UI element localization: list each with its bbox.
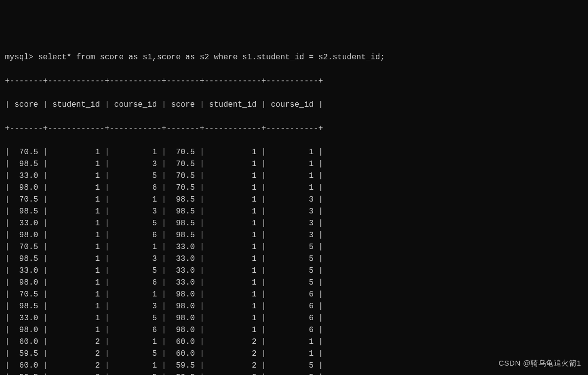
table-row: | 33.0 | 1 | 5 | 70.5 | 1 | 1 | <box>5 170 583 182</box>
table-row: | 98.0 | 1 | 6 | 33.0 | 1 | 5 | <box>5 277 583 289</box>
table-row: | 70.5 | 1 | 1 | 70.5 | 1 | 1 | <box>5 146 583 158</box>
sql-prompt-line[interactable]: mysql> select* from score as s1,score as… <box>5 51 583 63</box>
table-border-mid: +-------+------------+-----------+------… <box>5 123 583 134</box>
table-row: | 33.0 | 1 | 5 | 98.0 | 1 | 6 | <box>5 312 583 324</box>
table-row: | 98.5 | 1 | 3 | 33.0 | 1 | 5 | <box>5 253 583 265</box>
csdn-watermark: CSDN @骑乌龟追火箭1 <box>498 357 581 369</box>
table-border-top: +-------+------------+-----------+------… <box>5 75 583 87</box>
table-row: | 59.5 | 2 | 5 | 60.0 | 2 | 1 | <box>5 348 583 360</box>
table-row: | 70.5 | 1 | 1 | 98.0 | 1 | 6 | <box>5 289 583 300</box>
sql-query: select* from score as s1,score as s2 whe… <box>38 53 385 62</box>
table-row: | 70.5 | 1 | 1 | 33.0 | 1 | 5 | <box>5 241 583 253</box>
table-row: | 59.5 | 2 | 5 | 59.5 | 2 | 5 | <box>5 372 583 375</box>
table-row: | 60.0 | 2 | 1 | 60.0 | 2 | 1 | <box>5 336 583 348</box>
mysql-prompt: mysql> <box>5 53 38 62</box>
table-row: | 60.0 | 2 | 1 | 59.5 | 2 | 5 | <box>5 360 583 372</box>
table-row: | 33.0 | 1 | 5 | 98.5 | 1 | 3 | <box>5 217 583 229</box>
table-header-row: | score | student_id | course_id | score… <box>5 99 583 111</box>
table-row: | 98.5 | 1 | 3 | 70.5 | 1 | 1 | <box>5 158 583 170</box>
table-row: | 98.0 | 1 | 6 | 98.0 | 1 | 6 | <box>5 324 583 336</box>
table-row: | 98.0 | 1 | 6 | 70.5 | 1 | 1 | <box>5 182 583 194</box>
table-row: | 98.5 | 1 | 3 | 98.0 | 1 | 6 | <box>5 300 583 312</box>
table-row: | 70.5 | 1 | 1 | 98.5 | 1 | 3 | <box>5 194 583 206</box>
table-row: | 33.0 | 1 | 5 | 33.0 | 1 | 5 | <box>5 265 583 277</box>
table-row: | 98.5 | 1 | 3 | 98.5 | 1 | 3 | <box>5 206 583 217</box>
table-body: | 70.5 | 1 | 1 | 70.5 | 1 | 1 || 98.5 | … <box>5 146 583 375</box>
table-row: | 98.0 | 1 | 6 | 98.5 | 1 | 3 | <box>5 229 583 241</box>
